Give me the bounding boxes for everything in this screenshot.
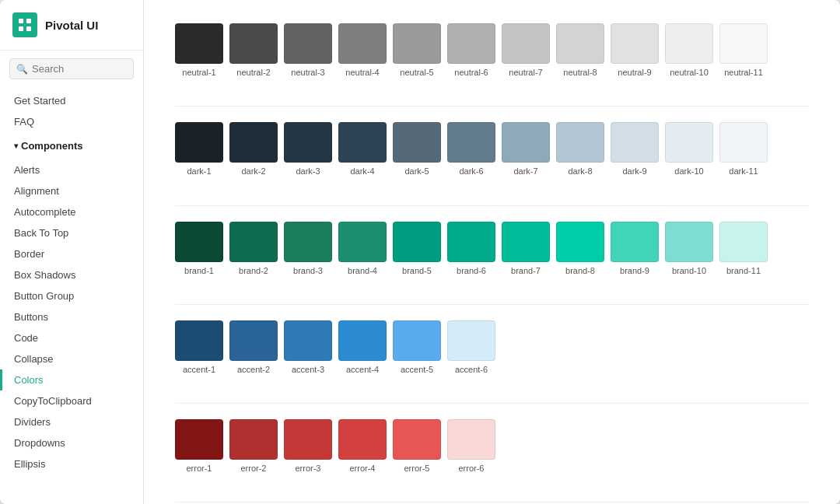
color-item-neutral-4: neutral-4: [338, 23, 387, 78]
sidebar-item-box-shadows[interactable]: Box Shadows: [0, 264, 143, 285]
color-item-error-5: error-5: [393, 419, 441, 474]
color-item-dark-2: dark-2: [229, 122, 278, 177]
components-header[interactable]: Components: [0, 135, 143, 156]
color-item-dark-4: dark-4: [338, 122, 387, 177]
color-item-error-4: error-4: [338, 419, 387, 474]
sidebar-item-get-started[interactable]: Get Started: [0, 90, 143, 111]
color-swatch-neutral-1: [175, 23, 223, 64]
color-label-accent-1: accent-1: [183, 364, 215, 375]
color-item-neutral-6: neutral-6: [447, 23, 495, 78]
color-item-dark-8: dark-8: [556, 122, 604, 177]
sidebar-item-code[interactable]: Code: [0, 327, 143, 348]
svg-rect-3: [26, 26, 31, 31]
color-swatch-brand-10: [665, 222, 713, 262]
color-label-error-1: error-1: [186, 463, 212, 474]
color-item-accent-3: accent-3: [284, 320, 332, 375]
color-label-brand-1: brand-1: [184, 265, 214, 276]
color-item-accent-6: accent-6: [447, 320, 495, 375]
sidebar-item-alerts[interactable]: Alerts: [0, 159, 143, 180]
color-label-accent-3: accent-3: [292, 364, 324, 375]
color-label-accent-4: accent-4: [346, 364, 379, 375]
color-item-error-6: error-6: [447, 419, 495, 474]
sidebar-item-autocomplete[interactable]: Autocomplete: [0, 201, 143, 222]
sidebar-item-ellipsis[interactable]: Ellipsis: [0, 453, 143, 474]
color-label-error-4: error-4: [349, 463, 375, 474]
color-label-neutral-5: neutral-5: [400, 67, 433, 78]
sidebar-item-colors[interactable]: Colors: [0, 369, 143, 390]
color-swatch-neutral-10: [665, 23, 713, 64]
sidebar-item-collapse[interactable]: Collapse: [0, 348, 143, 369]
color-item-brand-5: brand-5: [393, 222, 441, 276]
color-swatch-error-2: [229, 419, 278, 460]
color-label-brand-3: brand-3: [293, 265, 323, 276]
sidebar-item-dropdowns[interactable]: Dropdowns: [0, 432, 143, 453]
color-label-dark-2: dark-2: [241, 166, 265, 177]
color-item-neutral-9: neutral-9: [611, 23, 659, 78]
color-swatch-dark-4: [338, 122, 387, 163]
color-item-neutral-1: neutral-1: [175, 23, 223, 78]
color-item-dark-6: dark-6: [447, 122, 495, 177]
color-item-accent-1: accent-1: [175, 320, 223, 375]
color-item-neutral-3: neutral-3: [284, 23, 332, 78]
sidebar-item-copy-to-clipboard[interactable]: CopyToClipboard: [0, 390, 143, 411]
color-item-neutral-7: neutral-7: [502, 23, 550, 78]
color-swatch-error-3: [284, 419, 332, 460]
color-swatch-dark-6: [447, 122, 495, 163]
brand-row: brand-1brand-2brand-3brand-4brand-5brand…: [175, 222, 809, 282]
color-item-dark-5: dark-5: [393, 122, 441, 177]
color-swatch-neutral-4: [338, 23, 387, 64]
search-input[interactable]: [32, 63, 127, 75]
color-item-brand-7: brand-7: [502, 222, 550, 276]
color-label-neutral-9: neutral-9: [618, 67, 651, 78]
color-item-neutral-10: neutral-10: [665, 23, 713, 78]
color-item-brand-2: brand-2: [229, 222, 278, 276]
sidebar-item-alignment[interactable]: Alignment: [0, 180, 143, 201]
color-swatch-neutral-5: [393, 23, 441, 64]
color-item-brand-1: brand-1: [175, 222, 223, 276]
sidebar-item-faq[interactable]: FAQ: [0, 111, 143, 132]
color-label-brand-11: brand-11: [726, 265, 761, 276]
color-swatch-accent-3: [284, 320, 332, 361]
color-label-brand-7: brand-7: [511, 265, 541, 276]
search-icon: 🔍: [16, 64, 28, 75]
color-label-neutral-8: neutral-8: [563, 67, 597, 78]
color-item-brand-11: brand-11: [719, 222, 768, 276]
color-item-dark-11: dark-11: [719, 122, 768, 177]
color-swatch-error-6: [447, 419, 495, 460]
color-label-neutral-4: neutral-4: [345, 67, 379, 78]
dark-section: dark-1dark-2dark-3dark-4dark-5dark-6dark…: [175, 122, 809, 183]
color-swatch-dark-2: [229, 122, 278, 163]
color-item-accent-4: accent-4: [338, 320, 387, 375]
color-item-brand-4: brand-4: [338, 222, 387, 276]
logo-icon: [12, 12, 37, 37]
color-swatch-dark-1: [175, 122, 223, 163]
color-label-neutral-10: neutral-10: [670, 67, 709, 78]
color-item-neutral-11: neutral-11: [719, 23, 768, 78]
color-label-brand-9: brand-9: [620, 265, 649, 276]
color-swatch-dark-7: [502, 122, 550, 163]
color-label-dark-8: dark-8: [568, 166, 592, 177]
sidebar-item-buttons[interactable]: Buttons: [0, 306, 143, 327]
svg-rect-1: [26, 19, 31, 23]
color-label-error-3: error-3: [295, 463, 320, 474]
search-box[interactable]: 🔍: [9, 58, 134, 79]
color-item-dark-3: dark-3: [284, 122, 332, 177]
color-label-accent-6: accent-6: [455, 364, 488, 375]
color-label-dark-7: dark-7: [513, 166, 537, 177]
sidebar-item-border[interactable]: Border: [0, 243, 143, 264]
color-item-accent-5: accent-5: [393, 320, 441, 375]
svg-rect-0: [19, 19, 23, 23]
color-swatch-brand-4: [338, 222, 387, 262]
accent-row: accent-1accent-2accent-3accent-4accent-5…: [175, 320, 809, 381]
color-item-error-3: error-3: [284, 419, 332, 474]
logo-text: Pivotal UI: [45, 19, 98, 32]
sidebar-item-dividers[interactable]: Dividers: [0, 411, 143, 432]
color-label-neutral-3: neutral-3: [291, 67, 324, 78]
dark-row: dark-1dark-2dark-3dark-4dark-5dark-6dark…: [175, 122, 809, 183]
main-content: neutral-1neutral-2neutral-3neutral-4neut…: [144, 0, 840, 504]
sidebar-item-back-to-top[interactable]: Back To Top: [0, 222, 143, 243]
color-label-brand-8: brand-8: [565, 265, 595, 276]
color-label-error-2: error-2: [240, 463, 266, 474]
app-container: Pivotal UI 🔍 Get Started FAQ Components …: [0, 0, 840, 504]
sidebar-item-button-group[interactable]: Button Group: [0, 285, 143, 306]
